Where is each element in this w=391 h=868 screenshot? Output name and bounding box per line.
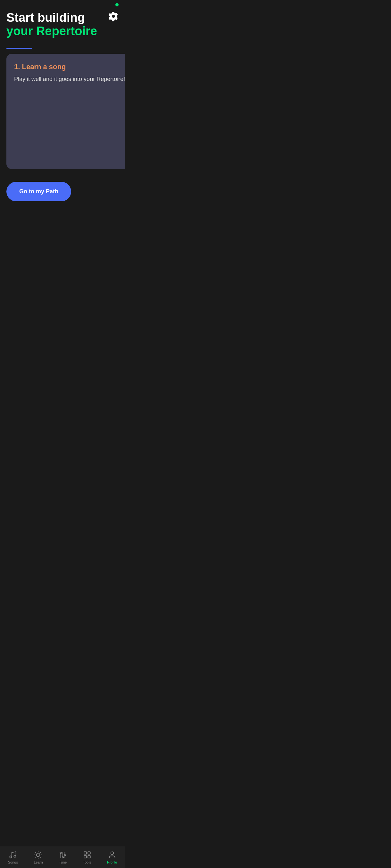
card-1-description: Play it well and it goes into your Reper… [14, 75, 125, 84]
title-line2: your Repertoire [6, 25, 119, 38]
cards-section: 1. Learn a song Play it well and it goes… [0, 44, 125, 176]
cards-row: 1. Learn a song Play it well and it goes… [6, 54, 119, 169]
header: Start building your Repertoire [0, 8, 125, 44]
tab-bar-active [6, 48, 32, 49]
go-to-path-button[interactable]: Go to my Path [6, 182, 71, 201]
title-line1: Start building [6, 11, 119, 25]
status-bar [0, 0, 125, 8]
tab-indicator [6, 48, 119, 49]
card-1-number: 1. Learn a song [14, 63, 125, 71]
settings-button[interactable] [108, 11, 119, 22]
card-1[interactable]: 1. Learn a song Play it well and it goes… [6, 54, 125, 169]
cta-section: Go to my Path [0, 176, 125, 208]
status-dot [115, 3, 119, 6]
